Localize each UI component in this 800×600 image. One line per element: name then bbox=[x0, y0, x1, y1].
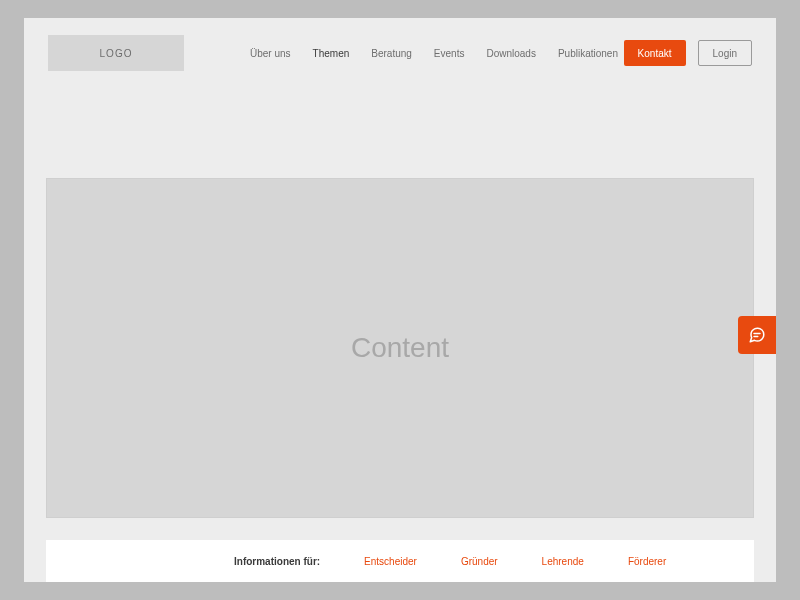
page-wireframe: LOGO Über uns Themen Beratung Events Dow… bbox=[24, 18, 776, 582]
chat-icon bbox=[748, 326, 766, 344]
nav-item-downloads[interactable]: Downloads bbox=[486, 48, 535, 59]
chat-tab-button[interactable] bbox=[738, 316, 776, 354]
contact-button[interactable]: Kontakt bbox=[624, 40, 686, 66]
nav-item-beratung[interactable]: Beratung bbox=[371, 48, 412, 59]
content-placeholder-region: Content bbox=[46, 178, 754, 518]
nav-item-publikationen[interactable]: Publikationen bbox=[558, 48, 618, 59]
nav-item-themen[interactable]: Themen bbox=[313, 48, 350, 59]
info-link-foerderer[interactable]: Förderer bbox=[628, 556, 666, 567]
audience-info-bar: Informationen für: Entscheider Gründer L… bbox=[46, 540, 754, 582]
login-button[interactable]: Login bbox=[698, 40, 752, 66]
info-link-lehrende[interactable]: Lehrende bbox=[542, 556, 584, 567]
nav-item-events[interactable]: Events bbox=[434, 48, 465, 59]
logo[interactable]: LOGO bbox=[48, 35, 184, 71]
header-actions: Kontakt Login bbox=[624, 40, 752, 66]
primary-nav: Über uns Themen Beratung Events Download… bbox=[250, 48, 618, 59]
top-header: LOGO Über uns Themen Beratung Events Dow… bbox=[24, 18, 776, 88]
info-link-gruender[interactable]: Gründer bbox=[461, 556, 498, 567]
info-bar-label: Informationen für: bbox=[234, 556, 320, 567]
content-placeholder-label: Content bbox=[351, 332, 449, 364]
logo-text: LOGO bbox=[100, 48, 133, 59]
nav-item-ueber-uns[interactable]: Über uns bbox=[250, 48, 291, 59]
info-link-entscheider[interactable]: Entscheider bbox=[364, 556, 417, 567]
